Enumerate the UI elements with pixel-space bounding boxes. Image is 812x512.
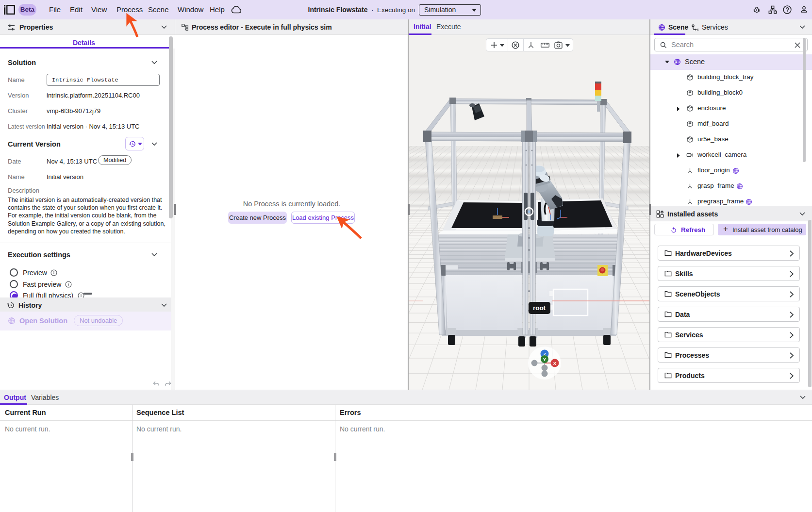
svg-text:Y: Y (543, 357, 547, 362)
svg-text:X: X (553, 361, 557, 366)
svg-text:root: root (533, 304, 546, 312)
